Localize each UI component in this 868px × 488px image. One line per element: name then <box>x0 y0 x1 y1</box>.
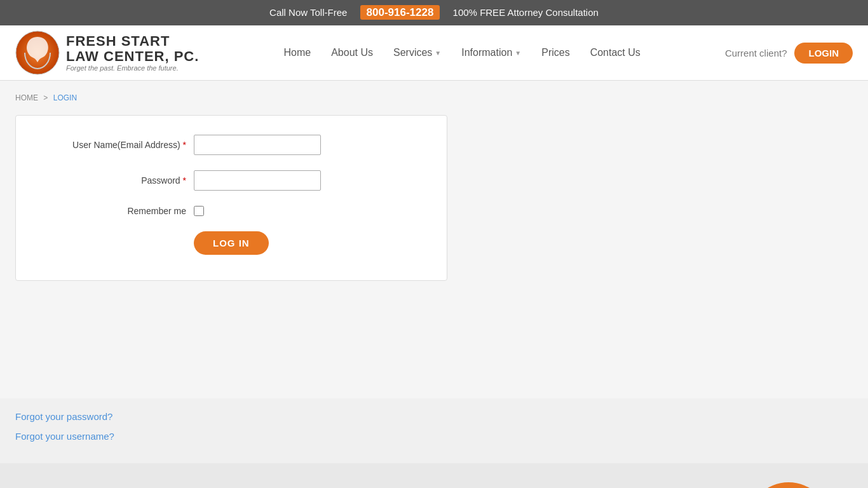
logo-text: Fresh Start Law Center, PC. Forget the p… <box>66 34 199 72</box>
password-row: Password * <box>41 170 421 191</box>
password-label: Password * <box>41 175 194 186</box>
nav-information[interactable]: Information ▼ <box>451 42 531 64</box>
nav-about[interactable]: About Us <box>321 42 383 64</box>
nav-services[interactable]: Services ▼ <box>383 42 451 64</box>
username-required: * <box>183 140 186 150</box>
login-card: User Name(Email Address) * Password * Re… <box>15 115 447 281</box>
password-input[interactable] <box>194 170 321 191</box>
remember-row: Remember me <box>41 206 421 216</box>
header: Fresh Start Law Center, PC. Forget the p… <box>0 25 868 81</box>
current-client-label: Current client? <box>725 48 787 58</box>
phone-number: 800-916-1228 <box>360 5 440 20</box>
password-required: * <box>183 175 186 186</box>
username-label: User Name(Email Address) * <box>41 140 194 150</box>
breadcrumb-home[interactable]: HOME <box>15 93 38 102</box>
brand-tagline: Forget the past. Embrace the future. <box>66 64 199 72</box>
nav-prices[interactable]: Prices <box>531 42 580 64</box>
breadcrumb-current: Login <box>53 93 77 102</box>
forgot-links-section: Forgot your password? Forgot your userna… <box>0 398 868 463</box>
nav-home[interactable]: Home <box>273 42 321 64</box>
call-label: Call Now Toll-Free <box>269 7 347 18</box>
forgot-password-link[interactable]: Forgot your password? <box>15 411 868 422</box>
brand-name: Fresh Start Law Center, PC. <box>66 34 199 64</box>
main-nav: Home About Us Services ▼ Information ▼ P… <box>273 42 650 64</box>
logo-icon <box>15 30 60 75</box>
consultation-text: 100% FREE Attorney Consultation <box>453 7 599 18</box>
username-input[interactable] <box>194 135 321 155</box>
breadcrumb: HOME > Login <box>15 93 853 102</box>
nav-contact[interactable]: Contact Us <box>580 42 651 64</box>
services-caret: ▼ <box>435 50 441 57</box>
remember-checkbox[interactable] <box>194 206 204 216</box>
top-banner: Call Now Toll-Free 800-916-1228 100% FRE… <box>0 0 868 25</box>
breadcrumb-sep: > <box>43 93 48 102</box>
log-in-button[interactable]: LOG IN <box>194 231 269 255</box>
get-started-badge[interactable]: Get started today for only <box>747 482 830 488</box>
logo: Fresh Start Law Center, PC. Forget the p… <box>15 30 199 75</box>
page-content: HOME > Login User Name(Email Address) * … <box>0 81 868 398</box>
forgot-username-link[interactable]: Forgot your username? <box>15 431 868 442</box>
bottom-section: FORGET THE PAST. Get started today for o… <box>0 463 868 488</box>
username-row: User Name(Email Address) * <box>41 135 421 155</box>
login-area: Current client? LOGIN <box>725 43 853 64</box>
login-button[interactable]: LOGIN <box>794 43 853 64</box>
remember-label: Remember me <box>41 206 194 216</box>
information-caret: ▼ <box>515 50 521 57</box>
